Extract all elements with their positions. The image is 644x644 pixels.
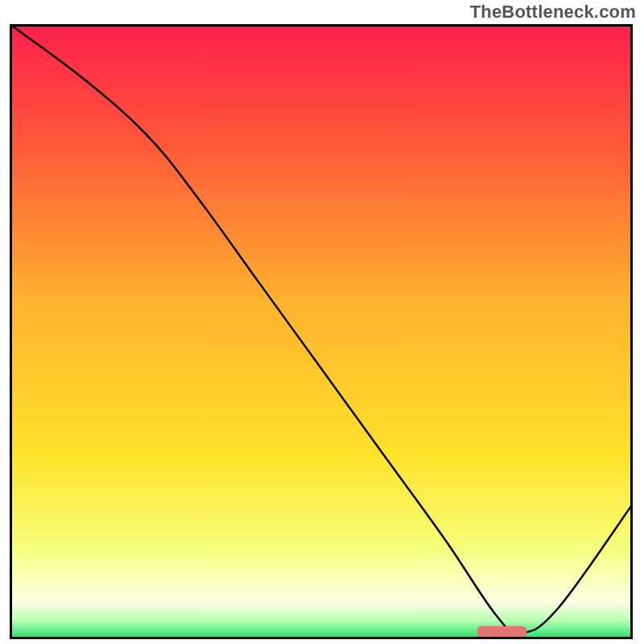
chart-root: TheBottleneck.com: [0, 0, 644, 644]
gradient-background: [10, 24, 633, 639]
plot-frame: [10, 24, 633, 639]
plot-svg: [10, 24, 633, 639]
attribution-text: TheBottleneck.com: [470, 2, 636, 23]
ideal-zone-marker: [477, 626, 527, 638]
